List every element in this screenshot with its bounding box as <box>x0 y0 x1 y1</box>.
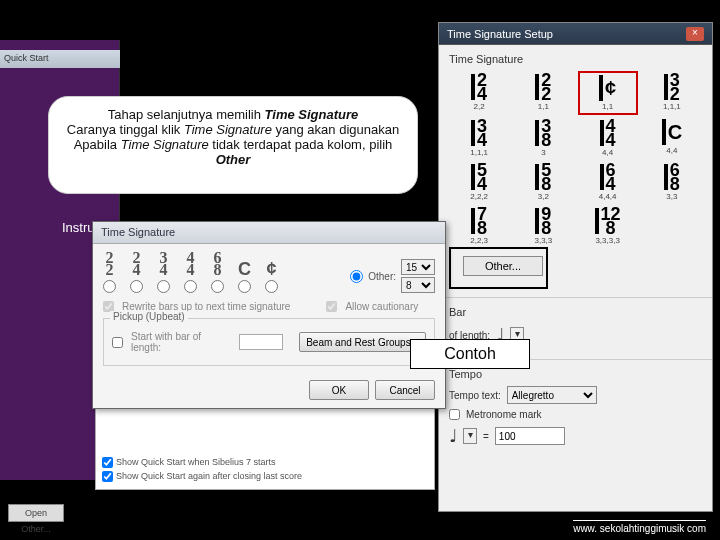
callout-text: Apabila <box>74 137 121 152</box>
start-with-bar-label: Start with bar of length: <box>131 331 231 353</box>
ts-option-C[interactable]: C4,4 <box>642 117 702 159</box>
time-signature-setup-panel: Time Signature Setup × Time Signature 24… <box>438 22 713 512</box>
callout-em: Time Signature <box>265 107 359 122</box>
metronome-value-input[interactable] <box>495 427 565 445</box>
ts-option-22[interactable]: 221,1 <box>513 71 573 115</box>
instruction-callout: Tahap selanjutnya memilih Time Signature… <box>48 96 418 194</box>
ts-option-¢[interactable]: ¢1,1 <box>578 71 638 115</box>
other-button[interactable]: Other... <box>463 256 543 276</box>
allow-cautionary-label: Allow cautionary <box>345 301 418 312</box>
ts-option-24[interactable]: 242,2 <box>449 71 509 115</box>
ts-option-68[interactable]: 683,3 <box>642 161 702 203</box>
cancel-button[interactable]: Cancel <box>375 380 435 400</box>
ts-radio-24[interactable]: 24 <box>130 252 143 293</box>
ts-radio-68[interactable]: 68 <box>211 252 224 293</box>
contoh-label: Contoh <box>410 339 530 369</box>
ts-radio-22[interactable]: 22 <box>103 252 116 293</box>
ts-option-64[interactable]: 644,4,4 <box>578 161 638 203</box>
ts-option-58[interactable]: 583,2 <box>513 161 573 203</box>
show-quickstart-label: Show Quick Start when Sibelius 7 starts <box>116 457 276 467</box>
callout-em: Time Signature <box>184 122 272 137</box>
callout-other: Other <box>216 152 251 167</box>
show-quickstart-again-checkbox[interactable] <box>102 471 113 482</box>
other-bot-select[interactable]: 8 <box>401 277 435 293</box>
beam-rest-groups-button[interactable]: Beam and Rest Groups... <box>299 332 426 352</box>
close-icon[interactable]: × <box>686 27 704 41</box>
ts-radio-¢[interactable]: ¢ <box>265 263 278 293</box>
other-top-select[interactable]: 15 <box>401 259 435 275</box>
ts-option-54[interactable]: 542,2,2 <box>449 161 509 203</box>
metronome-checkbox[interactable] <box>449 409 460 420</box>
pickup-group: Pickup (Upbeat) Start with bar of length… <box>103 318 435 366</box>
ts-radio-44[interactable]: 44 <box>184 252 197 293</box>
dialog-title: Time Signature <box>93 222 445 244</box>
time-signature-radio-row: 2224344468C¢ Other: 158 <box>103 252 435 293</box>
tempo-text-select[interactable]: Allegretto <box>507 386 597 404</box>
ts-radio-C[interactable]: C <box>238 263 251 293</box>
ts-option-128[interactable]: 1283,3,3,3 <box>578 205 638 247</box>
callout-em: Time Signature <box>121 137 209 152</box>
bar-length-input[interactable] <box>239 334 283 350</box>
pickup-group-label: Pickup (Upbeat) <box>110 311 188 322</box>
footer-url: www. sekolahtinggimusik com <box>573 520 706 534</box>
metronome-label: Metronome mark <box>466 409 542 420</box>
open-other-button[interactable]: Open Other... <box>8 504 64 522</box>
ts-radio-34[interactable]: 34 <box>157 252 170 293</box>
setup-titlebar: Time Signature Setup × <box>439 23 712 45</box>
tempo-text-label: Tempo text: <box>449 390 501 401</box>
ts-option-98[interactable]: 983,3,3 <box>513 205 573 247</box>
other-button-highlight: Other... <box>449 247 548 289</box>
ts-option-32[interactable]: 321,1,1 <box>642 71 702 115</box>
ts-other-option[interactable]: Other: 158 <box>350 259 435 293</box>
tempo-note-icon: ♩ <box>449 425 457 447</box>
start-with-bar-checkbox[interactable] <box>112 337 123 348</box>
ts-option-38[interactable]: 383 <box>513 117 573 159</box>
tempo-group-label: Tempo <box>449 368 702 380</box>
callout-text: yang akan digunakan <box>272 122 399 137</box>
startup-checkboxes: Show Quick Start when Sibelius 7 starts … <box>102 455 302 483</box>
tempo-note-dropdown[interactable]: ▾ <box>463 428 477 444</box>
time-signature-grid: 242,2221,1¢1,1321,1,1341,1,1383444,4C4,4… <box>449 71 702 247</box>
bar-group-label: Bar <box>449 306 702 318</box>
show-quickstart-again-label: Show Quick Start again after closing las… <box>116 471 302 481</box>
other-radio[interactable] <box>350 270 363 283</box>
ts-group-label: Time Signature <box>449 53 702 65</box>
setup-title: Time Signature Setup <box>447 28 553 40</box>
ts-option-44[interactable]: 444,4 <box>578 117 638 159</box>
callout-text: Caranya tinggal klik <box>67 122 184 137</box>
show-quickstart-checkbox[interactable] <box>102 457 113 468</box>
equals-label: = <box>483 431 489 442</box>
other-label: Other: <box>368 271 396 282</box>
callout-text: Tahap selanjutnya memilih <box>108 107 265 122</box>
ok-button[interactable]: OK <box>309 380 369 400</box>
quick-start-toolbar: Quick Start <box>0 50 120 68</box>
allow-cautionary-checkbox[interactable] <box>326 301 337 312</box>
callout-text: tidak terdapat pada kolom, pilih <box>209 137 393 152</box>
time-signature-dialog: Time Signature 2224344468C¢ Other: 158 R… <box>92 221 446 409</box>
time-signature-group: Time Signature 242,2221,1¢1,1321,1,1341,… <box>439 45 712 297</box>
tempo-group: Tempo Tempo text: Allegretto Metronome m… <box>439 359 712 460</box>
ts-option-78[interactable]: 782,2,3 <box>449 205 509 247</box>
ts-option-34[interactable]: 341,1,1 <box>449 117 509 159</box>
